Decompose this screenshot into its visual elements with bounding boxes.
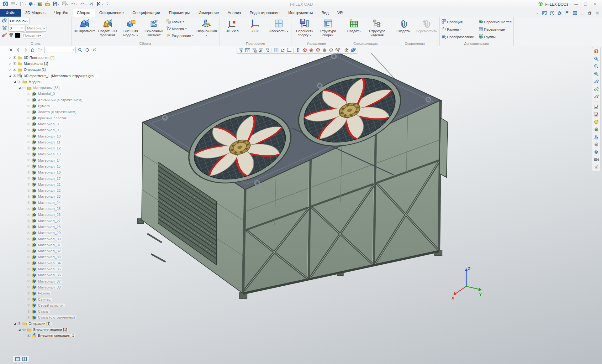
tree-row[interactable]: ▷Операции [1] — [8, 67, 102, 73]
visibility-eye-icon[interactable] — [26, 243, 31, 247]
section-view-button[interactable] — [593, 149, 599, 155]
filter-solid-body-button[interactable] — [343, 48, 349, 53]
tree-target-button[interactable] — [84, 47, 90, 53]
close-button[interactable]: ✕ — [591, 1, 599, 8]
tree-row[interactable]: Материал_8 — [8, 121, 102, 127]
undo-button[interactable]: ▾ — [70, 1, 78, 8]
visibility-eye-icon[interactable] — [17, 80, 22, 84]
tree-row[interactable]: Материал_28 — [8, 224, 102, 230]
start-page-button[interactable]: T — [593, 48, 599, 55]
expand-open-icon[interactable]: ◢ — [13, 80, 17, 83]
tree-row[interactable]: Материал_12 — [8, 145, 102, 151]
division-button[interactable]: Разделение▼ — [166, 33, 195, 39]
tree-home-button[interactable] — [30, 47, 35, 53]
tree-row[interactable]: ▷Материалы [1] — [8, 60, 102, 66]
visibility-eye-icon[interactable] — [12, 61, 17, 65]
tree-search-box[interactable]: ▾ — [44, 47, 76, 53]
variables-button[interactable]: Переменные — [478, 26, 512, 32]
viewport-3d[interactable]: ▾ ▷3D Построения [4]▷Материалы [1]▷Опера… — [0, 46, 602, 364]
tflex-docs-button[interactable]: T-FLEX DOCs ▾ — [538, 2, 571, 7]
visibility-eye-icon[interactable] — [26, 134, 31, 138]
visibility-eye-icon[interactable] — [26, 200, 31, 205]
tree-row[interactable]: ◢3D фрагмент_1 (Металлоконструкция.grb .… — [8, 73, 102, 79]
copy-button[interactable]: Копия▼ — [166, 19, 195, 25]
tree-search-button[interactable] — [77, 47, 83, 53]
visibility-eye-icon[interactable] — [26, 182, 31, 186]
visibility-eye-icon[interactable] — [21, 86, 26, 90]
new-document-button[interactable]: ▾ — [18, 1, 27, 8]
filter-node-s-button[interactable] — [280, 48, 286, 53]
tree-row[interactable]: Материал_29 — [8, 230, 102, 236]
visibility-eye-icon[interactable] — [12, 74, 17, 78]
doc-minimize-button[interactable] — [579, 10, 585, 16]
lcs-button[interactable]: ЛСК — [244, 18, 267, 34]
reference-element-button[interactable]: Ссылочный элемент — [142, 18, 166, 38]
app-logo-button[interactable] — [2, 1, 9, 8]
filter-vertex-dot-button[interactable] — [328, 48, 334, 53]
mate-create-button[interactable]: Создать — [392, 18, 415, 34]
visibility-eye-icon[interactable] — [26, 297, 31, 301]
diagnostics-button[interactable] — [593, 111, 599, 117]
tree-row[interactable]: ◢Модель — [8, 79, 102, 85]
fragment-3d-button[interactable]: 3D Фрагмент — [73, 18, 96, 34]
tab-3d-модель[interactable]: 3D Модель — [21, 9, 50, 17]
model-air-cooler-unit[interactable] — [100, 46, 602, 364]
visibility-eye-icon[interactable] — [26, 152, 31, 156]
tree-row[interactable]: Материал_16 — [8, 169, 102, 175]
page-window-toggle-button[interactable] — [15, 356, 20, 361]
doc-restore-button[interactable] — [587, 10, 593, 16]
filter-filter-window-button[interactable] — [245, 48, 251, 53]
tab-редактирование[interactable]: Редактирование — [245, 9, 284, 17]
visibility-eye-icon[interactable] — [26, 110, 31, 114]
tree-row[interactable]: Материал_23 — [8, 194, 102, 200]
expand-closed-icon[interactable]: ▷ — [8, 56, 12, 59]
tree-row[interactable]: Материал_26 — [8, 212, 102, 218]
filter-sketch-elems-button[interactable] — [335, 48, 341, 53]
visibility-eye-icon[interactable] — [26, 122, 31, 126]
filter-filter-button[interactable] — [238, 48, 244, 53]
tree-row[interactable]: Серый пластик — [8, 302, 102, 308]
visibility-eye-icon[interactable] — [26, 291, 31, 295]
tree-row[interactable]: Материал_32 — [8, 248, 102, 254]
tree-back-button[interactable] — [15, 47, 21, 53]
doc-close-button[interactable] — [594, 10, 600, 16]
preview-window-button[interactable] — [542, 10, 547, 16]
visibility-eye-icon[interactable] — [26, 158, 31, 162]
color-swatch[interactable] — [15, 33, 20, 38]
visibility-eye-icon[interactable] — [26, 315, 31, 320]
settings-gear-button[interactable] — [557, 10, 562, 16]
tree-row[interactable]: ◢Внешние модели [1] — [8, 326, 102, 332]
style-combo[interactable]: Основной▾ — [8, 18, 29, 24]
tree-row[interactable]: Сталь — [8, 308, 102, 314]
expand-closed-icon[interactable]: ▷ — [8, 68, 12, 71]
zoom-selection-button[interactable] — [593, 93, 599, 100]
tree-row[interactable]: ▷3D Построения [4] — [8, 55, 102, 60]
expand-open-icon[interactable]: ◢ — [18, 328, 21, 331]
main-menu-button[interactable]: ▾ — [10, 1, 18, 8]
body-intersection-button[interactable]: Пересечение тел — [478, 19, 512, 25]
external-model-button[interactable]: Внешняя модель ▼ — [119, 18, 142, 38]
minimize-button[interactable]: — — [572, 1, 581, 8]
tree-row[interactable]: Материал_13 — [8, 151, 102, 157]
go-to-start-button[interactable]: ▾ — [95, 1, 104, 8]
tree-row[interactable]: Материал_17 — [8, 175, 102, 181]
customize-quick-access-button[interactable] — [104, 1, 111, 8]
save-document-button[interactable]: ▾ — [52, 1, 60, 8]
visibility-eye-icon[interactable] — [26, 116, 31, 120]
tree-row[interactable]: Материал_14 — [8, 157, 102, 163]
visibility-eye-icon[interactable] — [26, 195, 31, 199]
visibility-eye-icon[interactable] — [26, 176, 31, 180]
tree-row[interactable]: Сталь (с отражением) — [8, 315, 102, 320]
create-3d-fragment-button[interactable]: Создать 3D фрагмент — [96, 18, 119, 38]
visibility-eye-icon[interactable] — [26, 237, 31, 241]
tree-row[interactable]: Материал_37 — [8, 278, 102, 284]
filter-fragment-s-button[interactable] — [350, 48, 356, 53]
groups-button[interactable]: Группы — [478, 34, 512, 40]
visibility-eye-icon[interactable] — [26, 249, 31, 253]
tree-view-list-button[interactable] — [37, 47, 43, 53]
assembly-structure-button[interactable]: Структура сборки — [316, 18, 340, 38]
visibility-eye-icon[interactable] — [26, 225, 31, 229]
tab-сборка[interactable]: Сборка — [72, 9, 95, 17]
tree-row[interactable]: Свинец — [8, 296, 102, 302]
visibility-eye-icon[interactable] — [26, 170, 31, 174]
